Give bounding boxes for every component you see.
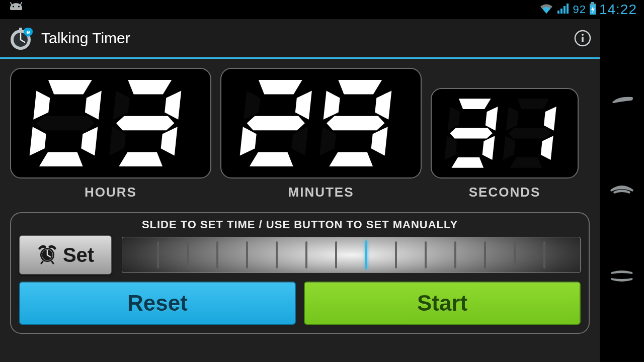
svg-point-0: [13, 6, 14, 7]
svg-text:e: e: [26, 28, 30, 36]
set-label: Set: [63, 244, 94, 266]
timer-display: HOURS MINUTES SECONDS: [10, 68, 590, 200]
status-clock: 14:22: [599, 2, 637, 18]
svg-point-12: [582, 34, 584, 36]
main-content: HOURS MINUTES SECONDS SLIDE TO SET TIME …: [0, 59, 600, 362]
hours-digits: [20, 73, 201, 173]
action-bar: e Talking Timer: [0, 19, 644, 57]
reset-button[interactable]: Reset: [19, 282, 296, 325]
slide-hint: SLIDE TO SET TIME / USE BUTTON TO SET MA…: [19, 218, 581, 231]
home-button[interactable]: [609, 180, 635, 199]
app-title: Talking Timer: [41, 30, 130, 47]
start-label: Start: [417, 291, 467, 316]
svg-rect-2: [10, 2, 12, 5]
status-bar: 92 14:22: [0, 0, 644, 19]
app-icon: e: [7, 25, 34, 52]
battery-icon: [589, 2, 596, 17]
info-icon: [574, 29, 592, 47]
start-button[interactable]: Start: [304, 282, 581, 325]
time-slider[interactable]: [122, 237, 581, 273]
hours-label: HOURS: [85, 185, 137, 200]
system-nav-bar: [600, 19, 644, 362]
set-button[interactable]: Set: [19, 235, 112, 275]
svg-rect-9: [19, 28, 22, 31]
svg-rect-4: [591, 2, 594, 4]
reset-label: Reset: [127, 291, 188, 316]
slider-center-tick: [365, 240, 367, 269]
svg-rect-3: [20, 2, 22, 5]
back-button[interactable]: [609, 94, 635, 111]
seconds-display[interactable]: [431, 88, 579, 178]
svg-point-1: [18, 6, 20, 7]
minutes-display[interactable]: [220, 68, 422, 178]
alarm-clock-icon: [37, 243, 58, 266]
control-panel: SLIDE TO SET TIME / USE BUTTON TO SET MA…: [10, 212, 590, 334]
hours-display[interactable]: [10, 68, 211, 178]
seconds-digits: [438, 93, 571, 173]
wifi-icon: [539, 3, 553, 17]
info-button[interactable]: [568, 23, 598, 53]
battery-percent: 92: [573, 3, 586, 16]
minutes-digits: [230, 73, 412, 173]
minutes-label: MINUTES: [288, 185, 354, 200]
svg-rect-13: [582, 37, 584, 42]
cell-signal-icon: [556, 3, 570, 17]
slider-ticks: [122, 237, 580, 273]
seconds-label: SECONDS: [469, 185, 541, 200]
android-robot-icon: [5, 2, 27, 17]
recents-button[interactable]: [609, 268, 635, 287]
